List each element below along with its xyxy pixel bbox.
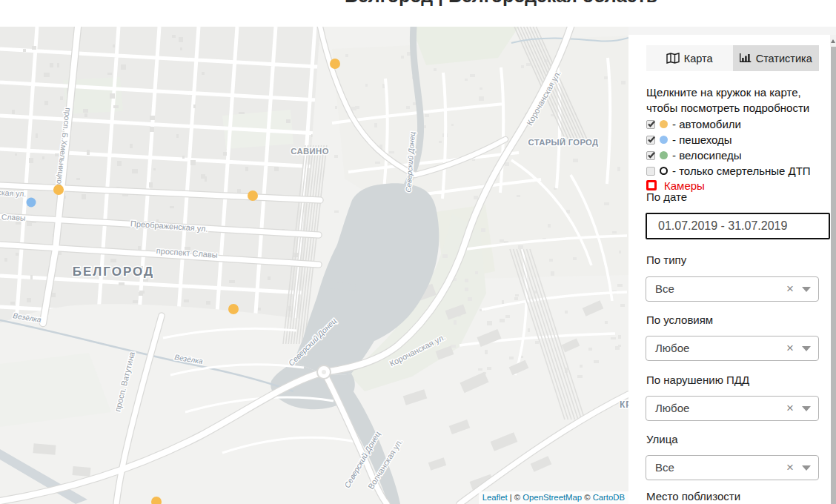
svg-text:САВИНО: САВИНО [291, 147, 329, 156]
svg-text:Славы: Славы [1, 212, 26, 222]
svg-text:КРЕЙДА: КРЕЙДА [620, 399, 628, 410]
svg-text:анская ул.: анская ул. [0, 188, 27, 199]
svg-text:БЕЛГОРОД: БЕЛГОРОД [73, 265, 154, 279]
svg-text:СТАРЫЙ ГОРОД: СТАРЫЙ ГОРОД [528, 138, 599, 147]
